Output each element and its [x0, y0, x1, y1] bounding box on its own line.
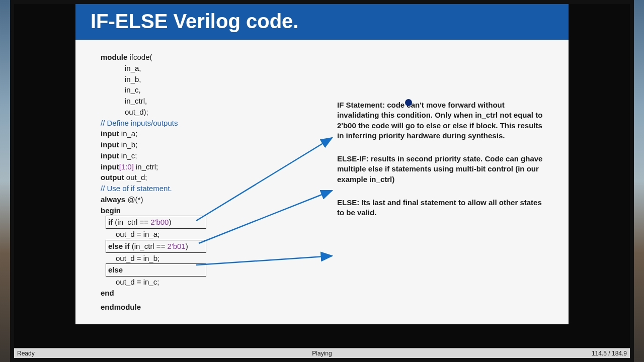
kw-input-b: input — [101, 140, 119, 149]
lit-01: 2'b01 — [168, 242, 186, 250]
kw-elseif: else if — [108, 242, 130, 250]
kw-input-ctrl: input — [101, 162, 119, 171]
module-name: ifcode( — [127, 53, 152, 61]
presentation-slide: IF-ELSE Verilog code. module ifcode( in_… — [75, 4, 569, 324]
slide-content: module ifcode( in_a, in_b, in_c, in_ctrl… — [75, 40, 569, 324]
kw-always: always — [101, 195, 125, 204]
assign-b: out_d = in_b; — [101, 253, 282, 264]
comment-use: // Use of if statement. — [101, 183, 282, 194]
decl-in-c: in_c; — [119, 151, 137, 160]
range-ctrl: [1:0] — [119, 162, 134, 171]
player-status-bar: Ready Playing 114.5 / 184.9 — [14, 348, 630, 358]
port-in-c: in_c, — [101, 84, 282, 96]
if-line-box: if (in_ctrl == 2'b00) — [106, 216, 206, 229]
kw-input-c: input — [101, 151, 119, 160]
elseif-line-box: else if (in_ctrl == 2'b01) — [106, 240, 206, 253]
cursor-indicator — [405, 99, 412, 106]
kw-endmodule: endmodule — [101, 303, 141, 311]
status-center: Playing — [312, 350, 332, 357]
slide-viewport: IF-ELSE Verilog code. module ifcode( in_… — [14, 4, 630, 348]
kw-module: module — [101, 53, 127, 61]
always-sens: @(*) — [125, 195, 143, 204]
kw-begin: begin — [101, 206, 121, 215]
status-right: 114.5 / 184.9 — [592, 350, 627, 357]
port-in-b: in_b, — [101, 74, 282, 85]
kw-input-a: input — [101, 129, 119, 138]
kw-output: output — [101, 173, 124, 182]
slide-title: IF-ELSE Verilog code. — [75, 4, 569, 40]
monitor-frame: IF-ELSE Verilog code. module ifcode( in_… — [10, 0, 634, 362]
annotation-elseif: ELSE-IF: results in second priority stat… — [337, 154, 548, 185]
annotation-else: ELSE: Its last and final statement to al… — [337, 198, 548, 218]
annotation-if: IF Statement: code can't move forward wi… — [337, 100, 548, 141]
kw-if: if — [108, 218, 113, 226]
status-left: Ready — [17, 350, 35, 357]
lit-00: 2'b00 — [150, 218, 169, 226]
port-in-a: in_a, — [101, 63, 282, 74]
elseif-cond-b: ) — [186, 242, 188, 250]
decl-in-ctrl: in_ctrl; — [134, 162, 158, 171]
assign-c: out_d = in_c; — [101, 277, 282, 288]
if-cond-b: ) — [169, 218, 171, 226]
decl-in-b: in_b; — [119, 140, 138, 149]
kw-else: else — [108, 265, 123, 274]
decl-in-a: in_a; — [119, 129, 138, 138]
port-in-ctrl: in_ctrl, — [101, 96, 282, 107]
if-cond-a: (in_ctrl == — [113, 218, 150, 226]
decl-out-d: out_d; — [124, 173, 147, 182]
annotations-column: IF Statement: code can't move forward wi… — [337, 100, 548, 231]
port-out-d: out_d); — [101, 107, 282, 118]
assign-a: out_d = in_a; — [101, 229, 282, 240]
comment-io: // Define inputs/outputs — [101, 118, 282, 129]
verilog-code-block: module ifcode( in_a, in_b, in_c, in_ctrl… — [101, 52, 282, 312]
elseif-cond-a: (in_ctrl == — [130, 242, 168, 250]
else-line-box: else — [106, 263, 206, 277]
kw-end: end — [101, 289, 114, 297]
